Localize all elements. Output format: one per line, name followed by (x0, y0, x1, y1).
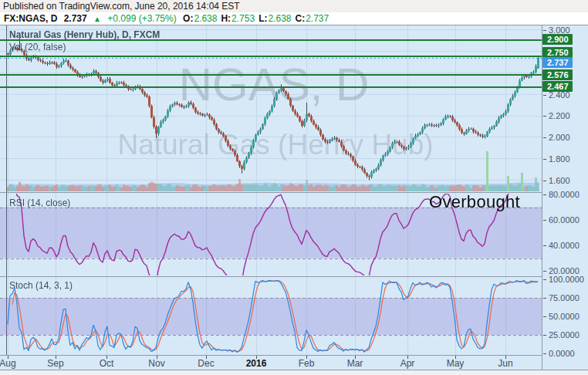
month-label: Oct (91, 358, 122, 369)
ohlc-pair: C:2.737 (296, 13, 329, 24)
price-level-badge: 2.576 (542, 69, 573, 80)
up-arrow-icon: ▲ (93, 15, 101, 23)
series-legend[interactable]: Natural Gas (Henry Hub), D, FXCM (9, 29, 160, 40)
month-label: Mar (340, 358, 370, 369)
axis-tick-label: 60.0000 (543, 215, 580, 225)
published-bar: Published on TradingView.com, June 20, 2… (0, 0, 588, 12)
axis-tick-label: 2.000 (543, 132, 570, 143)
time-axis[interactable]: AugSepOctNovDec2016FebMarAprMayJun (0, 356, 542, 370)
axis-tick-label: 75.0000 (543, 292, 580, 303)
price-change: +0.099 (+3.75%) (107, 13, 176, 24)
month-label: Nov (141, 358, 172, 369)
symbol-info-bar: FX:NGAS, D 2.737 ▲ +0.099 (+3.75%) O:2.6… (0, 12, 588, 25)
axis-tick-label: 1.600 (543, 175, 570, 186)
axis-tick-label: 2.200 (543, 110, 570, 121)
current-price-badge: 2.737 (542, 57, 573, 68)
price-level-badge: 2.900 (542, 34, 573, 45)
ohlc-pair: L:2.638 (259, 13, 291, 24)
chart-canvas[interactable] (0, 25, 542, 356)
axis-tick-label: 50.0000 (543, 311, 580, 322)
stoch-legend[interactable]: Stoch (14, 3, 1) (9, 280, 73, 291)
month-label: Jun (490, 358, 521, 369)
price-axis[interactable]: 3.0002.4002.2002.0001.8001.60080.000060.… (542, 25, 588, 370)
chart-top-border (0, 25, 588, 25)
ohlc-pair: O:2.638 (183, 13, 217, 24)
chart-bottom-border (0, 370, 588, 370)
price-level-badge: 2.467 (542, 81, 573, 92)
ohlc-values: O:2.638H:2.753L:2.638C:2.737 (183, 13, 333, 24)
axis-tick-label: 25.0000 (543, 329, 580, 340)
month-label: Aug (0, 358, 23, 369)
bottom-strip (0, 370, 588, 375)
axis-tick-label: 40.0000 (543, 240, 580, 251)
month-label: Feb (291, 358, 322, 369)
axis-tick-label: 100.0000 (543, 274, 584, 285)
axis-tick-label: 80.0000 (543, 189, 580, 200)
tradingview-published-chart: Published on TradingView.com, June 20, 2… (0, 0, 588, 375)
month-label: Sep (40, 358, 71, 369)
overbought-annotation: Overbought (429, 192, 520, 212)
month-label: Apr (392, 358, 423, 369)
month-label: Dec (191, 358, 221, 369)
month-label: 2016 (241, 358, 272, 369)
price-level-badge: 2.750 (542, 47, 573, 58)
rsi-legend[interactable]: RSI (14, close) (9, 198, 70, 208)
symbol-name[interactable]: FX:NGAS, D (4, 13, 57, 24)
last-price: 2.737 (64, 13, 87, 24)
month-label: May (440, 358, 471, 369)
axis-tick-label: 0.0000 (543, 348, 575, 359)
volume-legend[interactable]: Vol (20, false) (9, 42, 66, 52)
axis-tick-label: 1.800 (543, 154, 570, 164)
ohlc-pair: H:2.753 (221, 13, 255, 24)
